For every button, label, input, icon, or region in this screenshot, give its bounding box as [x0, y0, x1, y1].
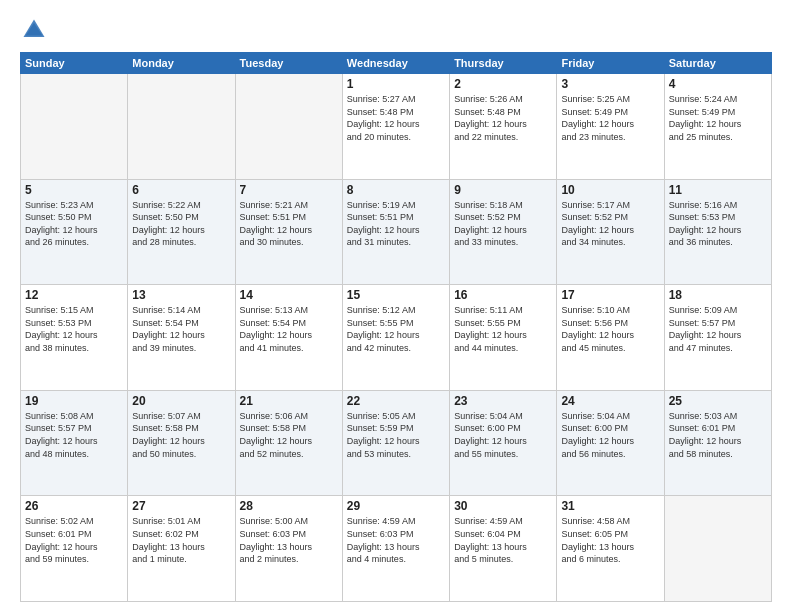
day-info: Sunrise: 5:00 AM Sunset: 6:03 PM Dayligh… [240, 515, 338, 565]
calendar-cell: 12Sunrise: 5:15 AM Sunset: 5:53 PM Dayli… [21, 285, 128, 391]
day-info: Sunrise: 5:04 AM Sunset: 6:00 PM Dayligh… [454, 410, 552, 460]
calendar-week-row: 1Sunrise: 5:27 AM Sunset: 5:48 PM Daylig… [21, 74, 772, 180]
calendar-cell: 11Sunrise: 5:16 AM Sunset: 5:53 PM Dayli… [664, 179, 771, 285]
weekday-header-monday: Monday [128, 53, 235, 74]
calendar-cell: 10Sunrise: 5:17 AM Sunset: 5:52 PM Dayli… [557, 179, 664, 285]
day-number: 3 [561, 77, 659, 91]
day-info: Sunrise: 5:10 AM Sunset: 5:56 PM Dayligh… [561, 304, 659, 354]
calendar-cell: 26Sunrise: 5:02 AM Sunset: 6:01 PM Dayli… [21, 496, 128, 602]
day-info: Sunrise: 5:15 AM Sunset: 5:53 PM Dayligh… [25, 304, 123, 354]
calendar-week-row: 19Sunrise: 5:08 AM Sunset: 5:57 PM Dayli… [21, 390, 772, 496]
calendar-cell: 6Sunrise: 5:22 AM Sunset: 5:50 PM Daylig… [128, 179, 235, 285]
calendar-cell: 3Sunrise: 5:25 AM Sunset: 5:49 PM Daylig… [557, 74, 664, 180]
calendar-cell: 1Sunrise: 5:27 AM Sunset: 5:48 PM Daylig… [342, 74, 449, 180]
calendar-cell [21, 74, 128, 180]
day-info: Sunrise: 4:58 AM Sunset: 6:05 PM Dayligh… [561, 515, 659, 565]
calendar-week-row: 26Sunrise: 5:02 AM Sunset: 6:01 PM Dayli… [21, 496, 772, 602]
day-number: 6 [132, 183, 230, 197]
calendar-cell: 8Sunrise: 5:19 AM Sunset: 5:51 PM Daylig… [342, 179, 449, 285]
day-number: 11 [669, 183, 767, 197]
calendar-cell: 30Sunrise: 4:59 AM Sunset: 6:04 PM Dayli… [450, 496, 557, 602]
day-info: Sunrise: 5:24 AM Sunset: 5:49 PM Dayligh… [669, 93, 767, 143]
calendar-cell: 23Sunrise: 5:04 AM Sunset: 6:00 PM Dayli… [450, 390, 557, 496]
day-info: Sunrise: 5:12 AM Sunset: 5:55 PM Dayligh… [347, 304, 445, 354]
calendar-cell: 19Sunrise: 5:08 AM Sunset: 5:57 PM Dayli… [21, 390, 128, 496]
weekday-header-wednesday: Wednesday [342, 53, 449, 74]
day-number: 8 [347, 183, 445, 197]
calendar-cell: 29Sunrise: 4:59 AM Sunset: 6:03 PM Dayli… [342, 496, 449, 602]
logo-icon [20, 16, 48, 44]
calendar-cell: 17Sunrise: 5:10 AM Sunset: 5:56 PM Dayli… [557, 285, 664, 391]
calendar-cell: 31Sunrise: 4:58 AM Sunset: 6:05 PM Dayli… [557, 496, 664, 602]
day-number: 13 [132, 288, 230, 302]
day-info: Sunrise: 5:09 AM Sunset: 5:57 PM Dayligh… [669, 304, 767, 354]
calendar-week-row: 5Sunrise: 5:23 AM Sunset: 5:50 PM Daylig… [21, 179, 772, 285]
day-number: 9 [454, 183, 552, 197]
day-number: 4 [669, 77, 767, 91]
day-number: 1 [347, 77, 445, 91]
day-info: Sunrise: 5:08 AM Sunset: 5:57 PM Dayligh… [25, 410, 123, 460]
day-number: 24 [561, 394, 659, 408]
day-info: Sunrise: 5:01 AM Sunset: 6:02 PM Dayligh… [132, 515, 230, 565]
page: SundayMondayTuesdayWednesdayThursdayFrid… [0, 0, 792, 612]
day-number: 31 [561, 499, 659, 513]
day-number: 29 [347, 499, 445, 513]
day-number: 30 [454, 499, 552, 513]
weekday-header-row: SundayMondayTuesdayWednesdayThursdayFrid… [21, 53, 772, 74]
day-number: 16 [454, 288, 552, 302]
weekday-header-friday: Friday [557, 53, 664, 74]
day-number: 23 [454, 394, 552, 408]
day-info: Sunrise: 5:11 AM Sunset: 5:55 PM Dayligh… [454, 304, 552, 354]
day-info: Sunrise: 4:59 AM Sunset: 6:03 PM Dayligh… [347, 515, 445, 565]
day-info: Sunrise: 5:16 AM Sunset: 5:53 PM Dayligh… [669, 199, 767, 249]
day-info: Sunrise: 5:13 AM Sunset: 5:54 PM Dayligh… [240, 304, 338, 354]
day-number: 5 [25, 183, 123, 197]
calendar-cell: 14Sunrise: 5:13 AM Sunset: 5:54 PM Dayli… [235, 285, 342, 391]
day-info: Sunrise: 5:07 AM Sunset: 5:58 PM Dayligh… [132, 410, 230, 460]
day-info: Sunrise: 5:14 AM Sunset: 5:54 PM Dayligh… [132, 304, 230, 354]
calendar-cell [664, 496, 771, 602]
calendar-cell: 20Sunrise: 5:07 AM Sunset: 5:58 PM Dayli… [128, 390, 235, 496]
calendar-cell: 9Sunrise: 5:18 AM Sunset: 5:52 PM Daylig… [450, 179, 557, 285]
day-number: 17 [561, 288, 659, 302]
weekday-header-saturday: Saturday [664, 53, 771, 74]
calendar-cell: 15Sunrise: 5:12 AM Sunset: 5:55 PM Dayli… [342, 285, 449, 391]
calendar-cell: 5Sunrise: 5:23 AM Sunset: 5:50 PM Daylig… [21, 179, 128, 285]
calendar-week-row: 12Sunrise: 5:15 AM Sunset: 5:53 PM Dayli… [21, 285, 772, 391]
day-number: 27 [132, 499, 230, 513]
day-info: Sunrise: 5:04 AM Sunset: 6:00 PM Dayligh… [561, 410, 659, 460]
calendar-cell: 2Sunrise: 5:26 AM Sunset: 5:48 PM Daylig… [450, 74, 557, 180]
calendar-cell [128, 74, 235, 180]
calendar-cell: 18Sunrise: 5:09 AM Sunset: 5:57 PM Dayli… [664, 285, 771, 391]
day-number: 21 [240, 394, 338, 408]
calendar-cell [235, 74, 342, 180]
day-info: Sunrise: 5:06 AM Sunset: 5:58 PM Dayligh… [240, 410, 338, 460]
day-info: Sunrise: 5:19 AM Sunset: 5:51 PM Dayligh… [347, 199, 445, 249]
day-info: Sunrise: 5:05 AM Sunset: 5:59 PM Dayligh… [347, 410, 445, 460]
day-number: 2 [454, 77, 552, 91]
day-info: Sunrise: 5:02 AM Sunset: 6:01 PM Dayligh… [25, 515, 123, 565]
day-number: 12 [25, 288, 123, 302]
day-info: Sunrise: 5:22 AM Sunset: 5:50 PM Dayligh… [132, 199, 230, 249]
day-info: Sunrise: 5:27 AM Sunset: 5:48 PM Dayligh… [347, 93, 445, 143]
weekday-header-thursday: Thursday [450, 53, 557, 74]
day-number: 22 [347, 394, 445, 408]
header [20, 16, 772, 44]
calendar-cell: 25Sunrise: 5:03 AM Sunset: 6:01 PM Dayli… [664, 390, 771, 496]
calendar-cell: 7Sunrise: 5:21 AM Sunset: 5:51 PM Daylig… [235, 179, 342, 285]
calendar-cell: 13Sunrise: 5:14 AM Sunset: 5:54 PM Dayli… [128, 285, 235, 391]
weekday-header-sunday: Sunday [21, 53, 128, 74]
day-number: 28 [240, 499, 338, 513]
day-info: Sunrise: 5:25 AM Sunset: 5:49 PM Dayligh… [561, 93, 659, 143]
day-number: 20 [132, 394, 230, 408]
day-info: Sunrise: 5:17 AM Sunset: 5:52 PM Dayligh… [561, 199, 659, 249]
calendar-cell: 22Sunrise: 5:05 AM Sunset: 5:59 PM Dayli… [342, 390, 449, 496]
day-info: Sunrise: 5:23 AM Sunset: 5:50 PM Dayligh… [25, 199, 123, 249]
day-number: 19 [25, 394, 123, 408]
day-info: Sunrise: 5:26 AM Sunset: 5:48 PM Dayligh… [454, 93, 552, 143]
day-number: 18 [669, 288, 767, 302]
day-info: Sunrise: 4:59 AM Sunset: 6:04 PM Dayligh… [454, 515, 552, 565]
calendar-cell: 27Sunrise: 5:01 AM Sunset: 6:02 PM Dayli… [128, 496, 235, 602]
calendar-cell: 4Sunrise: 5:24 AM Sunset: 5:49 PM Daylig… [664, 74, 771, 180]
day-info: Sunrise: 5:21 AM Sunset: 5:51 PM Dayligh… [240, 199, 338, 249]
